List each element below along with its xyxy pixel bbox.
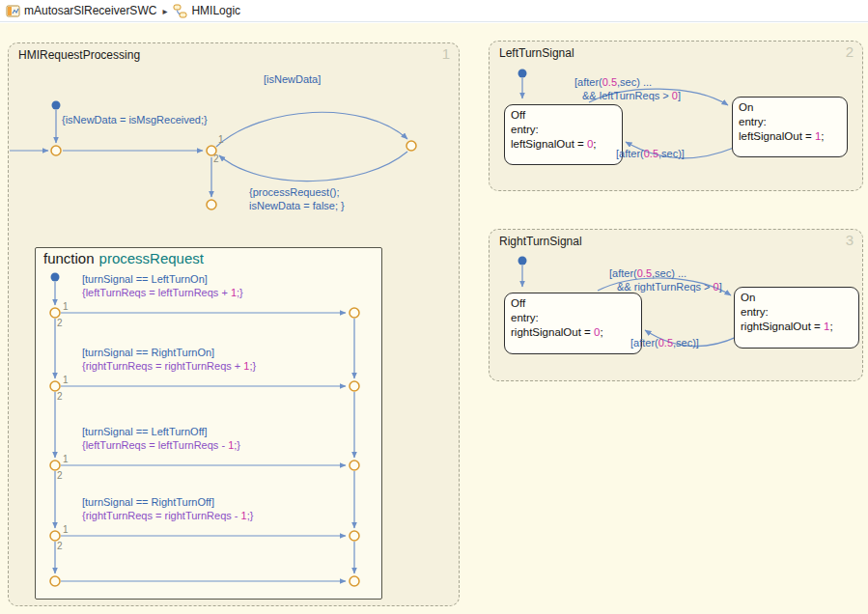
junction[interactable] <box>50 308 60 318</box>
parallel-state-right-turn-signal[interactable]: RightTurnSignal 3 Off entry: rightSignal… <box>489 229 863 381</box>
condition-text: ] <box>678 90 681 101</box>
state-name: On <box>739 100 841 115</box>
junction[interactable] <box>50 381 60 391</box>
breadcrumb-separator: ▸ <box>161 6 168 16</box>
transition-condition-label[interactable]: [after(0.5,sec) ... <box>609 267 686 280</box>
model-icon <box>6 4 20 18</box>
breadcrumb-model-item[interactable]: mAutosarSlReceiverSWC <box>6 4 156 18</box>
state-entry-label: entry: <box>739 115 841 129</box>
breadcrumb-chart-item[interactable]: HMILogic <box>173 4 240 18</box>
action-text: rightSignalOut = <box>511 326 594 338</box>
function-name: processRequest <box>99 250 204 266</box>
condition-literal: 0.5 <box>644 148 658 159</box>
condition-text: && leftTurnReqs > <box>582 90 672 101</box>
transition-condition-label[interactable]: [after(0.5,sec) ... <box>574 76 652 89</box>
condition-literal: 0.5 <box>658 337 673 349</box>
condition-literal: 0.5 <box>637 267 652 279</box>
breadcrumb-model-label[interactable]: mAutosarSlReceiverSWC <box>24 4 156 17</box>
stateflow-canvas[interactable]: HMIRequestProcessing 1 {isNewData = isMs… <box>0 23 868 614</box>
branch-number: 1 <box>218 135 224 145</box>
function-title[interactable]: functionprocessRequest <box>43 250 204 266</box>
action-text: ; <box>600 326 602 338</box>
condition-text: [after( <box>630 337 658 349</box>
breadcrumb: mAutosarSlReceiverSWC ▸ HMILogic <box>0 0 868 22</box>
action-text: rightSignalOut = <box>741 321 824 332</box>
transition-return[interactable] <box>219 152 407 181</box>
function-keyword: function <box>43 250 95 266</box>
transition-action-label[interactable]: {isNewData = isMsgReceived;} <box>62 114 208 126</box>
branch-number: 1 <box>63 302 69 312</box>
state-entry-label: entry: <box>741 305 853 320</box>
action-text: ;} <box>247 510 254 521</box>
condition-text: && rightTurnReqs > <box>617 281 714 293</box>
action-text: ; <box>829 321 832 332</box>
transition-action-label[interactable]: {rightTurnReqs = rightTurnReqs + 1;} <box>82 360 256 373</box>
condition-literal: 0.5 <box>602 76 617 88</box>
branch-number: 1 <box>63 525 69 535</box>
default-transition-dot[interactable] <box>518 257 527 265</box>
state-off[interactable]: Off entry: rightSignalOut = 0; <box>504 293 642 354</box>
state-on[interactable]: On entry: leftSignalOut = 1; <box>732 97 848 157</box>
state-title[interactable]: HMIRequestProcessing <box>18 48 140 62</box>
action-text: ;} <box>234 439 240 451</box>
junction[interactable] <box>350 381 359 391</box>
condition-text: [after( <box>616 148 644 159</box>
state-entry-action: rightSignalOut = 1; <box>741 320 853 334</box>
condition-text: ] <box>719 281 722 293</box>
junction[interactable] <box>350 531 359 541</box>
condition-text: ,sec) ... <box>652 267 686 279</box>
transition-condition-label[interactable]: [turnSignal == LeftTurnOff] <box>82 426 208 438</box>
action-text: ;} <box>237 287 243 298</box>
condition-text: ,sec)] <box>673 337 699 349</box>
branch-number: 2 <box>57 471 63 481</box>
transition-action-label[interactable]: {leftTurnReqs = leftTurnReqs - 1;} <box>82 439 240 452</box>
transition-condition-label[interactable]: [after(0.5,sec)] <box>616 148 685 160</box>
junction[interactable] <box>350 460 359 470</box>
transition-action-label[interactable]: {leftTurnReqs = leftTurnReqs + 1;} <box>82 287 243 299</box>
action-text: {leftTurnReqs = leftTurnReqs + <box>82 287 231 298</box>
default-transition-dot[interactable] <box>52 101 61 110</box>
parallel-order-badge: 2 <box>846 43 854 60</box>
transition-action-label[interactable]: {rightTurnReqs = rightTurnReqs - 1;} <box>82 510 253 522</box>
action-text: {leftTurnReqs = leftTurnReqs - <box>82 439 228 451</box>
transition-condition-label[interactable]: [turnSignal == LeftTurnOn] <box>82 273 208 286</box>
branch-number: 2 <box>213 154 219 164</box>
state-entry-action: leftSignalOut = 0; <box>511 137 616 152</box>
parallel-state-hmi-request-processing[interactable]: HMIRequestProcessing 1 {isNewData = isMs… <box>8 42 460 606</box>
junction[interactable] <box>350 576 359 586</box>
action-text: leftSignalOut = <box>739 130 815 142</box>
transition-condition-label[interactable]: [isNewData] <box>264 73 321 86</box>
transition-condition-label[interactable]: [turnSignal == RightTurnOn] <box>82 347 214 359</box>
transition-action-label[interactable]: {processRequest(); <box>249 186 340 199</box>
default-transition-dot[interactable] <box>51 273 60 282</box>
transition-condition-label[interactable]: [after(0.5,sec)] <box>630 337 699 349</box>
breadcrumb-chart-label[interactable]: HMILogic <box>191 4 240 17</box>
junction[interactable] <box>51 146 61 155</box>
branch-number: 1 <box>63 376 69 385</box>
chart-icon <box>173 4 187 18</box>
branch-number: 2 <box>57 319 63 328</box>
state-title[interactable]: LeftTurnSignal <box>499 46 574 60</box>
junction[interactable] <box>50 531 60 541</box>
transition-condition-label[interactable]: && rightTurnReqs > 0] <box>617 281 722 293</box>
transition-condition-label[interactable]: [turnSignal == RightTurnOff] <box>82 496 214 509</box>
transition-isnewdata[interactable] <box>216 112 407 147</box>
state-on[interactable]: On entry: rightSignalOut = 1; <box>734 287 859 349</box>
action-text: ; <box>821 130 824 142</box>
condition-text: ,sec) ... <box>617 76 652 88</box>
junction[interactable] <box>207 200 216 209</box>
transition-condition-label[interactable]: && leftTurnReqs > 0] <box>582 90 681 102</box>
state-off[interactable]: Off entry: leftSignalOut = 0; <box>504 104 623 165</box>
junction[interactable] <box>350 308 359 318</box>
state-title[interactable]: RightTurnSignal <box>499 235 582 248</box>
action-text: leftSignalOut = <box>511 138 587 150</box>
action-text: ; <box>593 138 596 150</box>
junction[interactable] <box>406 141 416 151</box>
default-transition-dot[interactable] <box>518 70 527 78</box>
junction[interactable] <box>50 576 60 586</box>
action-text: {rightTurnReqs = rightTurnReqs + <box>82 360 243 372</box>
parallel-state-left-turn-signal[interactable]: LeftTurnSignal 2 Off entry: leftSignalOu… <box>489 41 863 191</box>
transition-action-label[interactable]: isNewData = false; } <box>249 200 345 212</box>
junction[interactable] <box>50 460 60 470</box>
graphical-function-process-request[interactable]: functionprocessRequest [turnSignal == Le… <box>35 247 382 600</box>
